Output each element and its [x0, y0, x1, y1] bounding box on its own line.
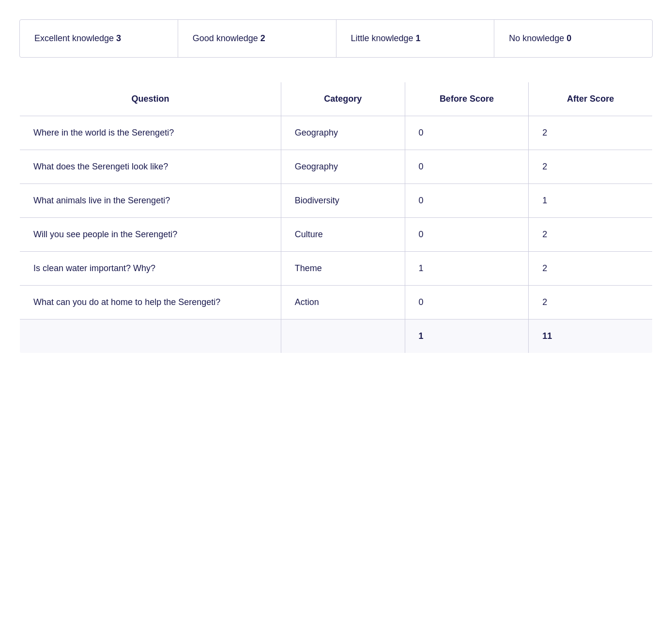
table-row: Where in the world is the Serengeti? Geo…	[20, 116, 653, 150]
knowledge-item: Good knowledge 2	[178, 20, 336, 57]
knowledge-scale: Excellent knowledge 3Good knowledge 2Lit…	[19, 19, 653, 58]
cell-after: 2	[529, 150, 653, 184]
cell-question: Is clean water important? Why?	[20, 252, 281, 286]
header-before-score: Before Score	[405, 82, 529, 116]
table-row: What does the Serengeti look like? Geogr…	[20, 150, 653, 184]
header-category: Category	[281, 82, 405, 116]
cell-before: 0	[405, 150, 529, 184]
cell-question: What does the Serengeti look like?	[20, 150, 281, 184]
table-row: Will you see people in the Serengeti? Cu…	[20, 218, 653, 252]
cell-after: 2	[529, 116, 653, 150]
cell-category: Action	[281, 286, 405, 320]
cell-category: Theme	[281, 252, 405, 286]
cell-after: 2	[529, 286, 653, 320]
cell-before: 0	[405, 116, 529, 150]
cell-after: 2	[529, 252, 653, 286]
header-question: Question	[20, 82, 281, 116]
cell-before: 0	[405, 184, 529, 218]
cell-category: Biodiversity	[281, 184, 405, 218]
total-row: 1 11	[20, 320, 653, 353]
cell-before: 0	[405, 286, 529, 320]
cell-after: 2	[529, 218, 653, 252]
table-row: What can you do at home to help the Sere…	[20, 286, 653, 320]
total-after: 11	[529, 320, 653, 353]
knowledge-item: No knowledge 0	[494, 20, 652, 57]
knowledge-item: Excellent knowledge 3	[20, 20, 178, 57]
cell-category: Geography	[281, 150, 405, 184]
total-label	[20, 320, 281, 353]
total-empty	[281, 320, 405, 353]
cell-question: Where in the world is the Serengeti?	[20, 116, 281, 150]
main-table: Question Category Before Score After Sco…	[19, 82, 653, 353]
table-row: Is clean water important? Why? Theme 1 2	[20, 252, 653, 286]
cell-before: 1	[405, 252, 529, 286]
header-after-score: After Score	[529, 82, 653, 116]
cell-before: 0	[405, 218, 529, 252]
cell-question: What can you do at home to help the Sere…	[20, 286, 281, 320]
cell-question: What animals live in the Serengeti?	[20, 184, 281, 218]
cell-category: Culture	[281, 218, 405, 252]
total-before: 1	[405, 320, 529, 353]
table-row: What animals live in the Serengeti? Biod…	[20, 184, 653, 218]
knowledge-item: Little knowledge 1	[336, 20, 495, 57]
cell-question: Will you see people in the Serengeti?	[20, 218, 281, 252]
cell-category: Geography	[281, 116, 405, 150]
cell-after: 1	[529, 184, 653, 218]
